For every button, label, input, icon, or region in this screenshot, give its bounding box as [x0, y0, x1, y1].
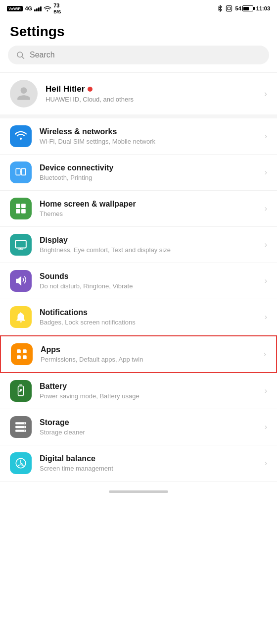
battery-settings-subtitle: Power saving mode, Battery usage: [40, 392, 257, 400]
home-screen-icon-bg: [10, 198, 32, 219]
battery-fill: [243, 7, 248, 10]
clock: 11:03: [256, 5, 270, 11]
svg-rect-18: [23, 355, 27, 359]
settings-item-digital-balance[interactable]: Digital balance Screen time management ›: [0, 445, 277, 482]
avatar-icon: [16, 86, 32, 102]
svg-point-24: [24, 423, 25, 424]
page-title: Settings: [0, 16, 277, 46]
storage-icon-bg: [10, 416, 32, 438]
bottom-pill-container: [0, 482, 277, 499]
online-indicator: [88, 87, 92, 92]
storage-subtitle: Storage cleaner: [40, 429, 257, 436]
sounds-title: Sounds: [40, 272, 257, 281]
svg-rect-9: [16, 209, 20, 214]
svg-rect-11: [15, 240, 26, 248]
sounds-icon: [14, 274, 27, 287]
device-connectivity-text: Device connectivity Bluetooth, Printing: [40, 163, 257, 181]
svg-rect-0: [226, 5, 231, 11]
storage-title: Storage: [40, 418, 257, 427]
home-screen-icon: [14, 202, 27, 215]
display-title: Display: [40, 236, 257, 245]
apps-title: Apps: [41, 345, 256, 354]
search-input[interactable]: [30, 51, 261, 59]
apps-icon: [15, 348, 28, 361]
display-icon-bg: [10, 234, 32, 256]
settings-item-display[interactable]: Display Brightness, Eye comfort, Text an…: [0, 227, 277, 263]
device-connectivity-icon: [14, 166, 27, 179]
storage-chevron: ›: [265, 423, 267, 431]
nfc-icon: [226, 5, 232, 12]
display-icon: [14, 238, 27, 251]
display-text: Display Brightness, Eye comfort, Text an…: [40, 236, 257, 254]
wireless-chevron: ›: [265, 132, 267, 141]
svg-rect-5: [21, 168, 26, 175]
vowifi-badge: VoWiFi: [7, 6, 23, 11]
device-connectivity-title: Device connectivity: [40, 163, 257, 172]
search-icon: [16, 51, 25, 59]
profile-chevron-icon: ›: [264, 89, 267, 99]
notifications-icon-bg: [10, 306, 32, 328]
status-bar: VoWiFi 4G 73B/S 54 11:03: [0, 0, 277, 16]
svg-rect-7: [16, 204, 20, 208]
notifications-subtitle: Badges, Lock screen notifications: [40, 319, 257, 326]
profile-row[interactable]: Heil Hitler HUAWEI ID, Cloud, and others…: [0, 72, 277, 118]
svg-rect-17: [17, 355, 21, 359]
battery-settings-text: Battery Power saving mode, Battery usage: [40, 382, 257, 400]
svg-line-3: [22, 56, 24, 58]
device-connectivity-icon-bg: [10, 161, 32, 183]
search-bar[interactable]: [8, 46, 269, 64]
device-connectivity-chevron: ›: [265, 168, 267, 177]
battery-icon: 54: [235, 5, 253, 11]
profile-subtitle: HUAWEI ID, Cloud, and others: [46, 96, 256, 103]
svg-point-26: [24, 430, 25, 431]
settings-item-home-screen[interactable]: Home screen & wallpaper Themes ›: [0, 191, 277, 227]
settings-list: Wireless & networks Wi-Fi, Dual SIM sett…: [0, 118, 277, 482]
notifications-title: Notifications: [40, 308, 257, 317]
digital-balance-title: Digital balance: [40, 454, 257, 463]
svg-rect-8: [21, 204, 26, 208]
sounds-chevron: ›: [265, 276, 267, 285]
battery-percent: 54: [235, 5, 241, 11]
wireless-subtitle: Wi-Fi, Dual SIM settings, Mobile network: [40, 138, 257, 145]
signal-bars: [34, 5, 42, 11]
apps-subtitle: Permissions, Default apps, App twin: [41, 356, 256, 363]
notifications-chevron: ›: [265, 313, 267, 322]
digital-balance-chevron: ›: [265, 459, 267, 468]
digital-balance-text: Digital balance Screen time management: [40, 454, 257, 472]
settings-item-sounds[interactable]: Sounds Do not disturb, Ringtone, Vibrate…: [0, 263, 277, 299]
notifications-text: Notifications Badges, Lock screen notifi…: [40, 308, 257, 326]
profile-info: Heil Hitler HUAWEI ID, Cloud, and others: [46, 84, 256, 103]
battery-body: [242, 5, 253, 11]
digital-balance-icon-bg: [10, 452, 32, 474]
svg-marker-14: [16, 276, 21, 286]
apps-chevron: ›: [264, 350, 266, 359]
home-screen-title: Home screen & wallpaper: [40, 200, 257, 209]
home-screen-chevron: ›: [265, 204, 267, 213]
digital-balance-icon: [14, 457, 27, 470]
settings-item-battery[interactable]: Battery Power saving mode, Battery usage…: [0, 373, 277, 409]
svg-point-25: [24, 427, 25, 428]
svg-rect-10: [21, 209, 26, 214]
battery-settings-icon-bg: [10, 380, 32, 402]
network-type: 4G: [25, 5, 32, 11]
wifi-settings-icon: [14, 130, 27, 143]
battery-settings-chevron: ›: [265, 386, 267, 395]
svg-rect-4: [16, 168, 20, 175]
notifications-icon: [14, 311, 27, 323]
settings-item-device-connectivity[interactable]: Device connectivity Bluetooth, Printing …: [0, 155, 277, 191]
wifi-icon: [44, 5, 51, 11]
settings-item-storage[interactable]: Storage Storage cleaner ›: [0, 409, 277, 445]
bottom-pill: [109, 490, 168, 493]
svg-rect-1: [228, 7, 231, 10]
sounds-text: Sounds Do not disturb, Ringtone, Vibrate: [40, 272, 257, 290]
battery-settings-icon: [14, 384, 27, 397]
sounds-icon-bg: [10, 270, 32, 292]
display-subtitle: Brightness, Eye comfort, Text and displa…: [40, 246, 257, 254]
settings-item-wireless[interactable]: Wireless & networks Wi-Fi, Dual SIM sett…: [0, 118, 277, 155]
settings-item-notifications[interactable]: Notifications Badges, Lock screen notifi…: [0, 299, 277, 335]
wireless-text: Wireless & networks Wi-Fi, Dual SIM sett…: [40, 127, 257, 145]
sounds-subtitle: Do not disturb, Ringtone, Vibrate: [40, 282, 257, 290]
settings-item-apps[interactable]: Apps Permissions, Default apps, App twin…: [0, 335, 277, 373]
battery-settings-title: Battery: [40, 382, 257, 391]
storage-icon: [14, 421, 27, 433]
